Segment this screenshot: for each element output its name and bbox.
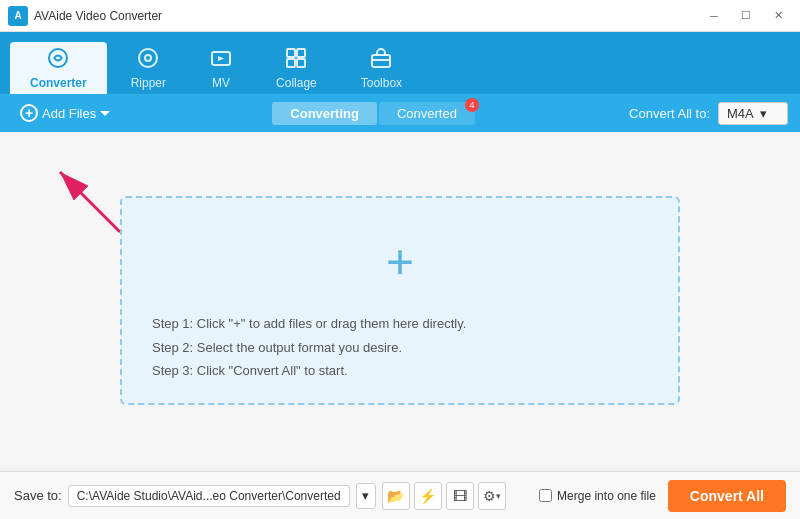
nav-tab-mv[interactable]: MV <box>190 42 252 94</box>
nav-tab-converter[interactable]: Converter <box>10 42 107 94</box>
toolbar: + Add Files Converting Converted 4 Conve… <box>0 94 800 132</box>
save-path-dropdown-button[interactable]: ▾ <box>356 483 376 509</box>
title-bar-controls: ─ ☐ ✕ <box>700 6 792 26</box>
minimize-button[interactable]: ─ <box>700 6 728 26</box>
step-2: Step 2: Select the output format you des… <box>152 336 466 359</box>
bottom-right: Merge into one file Convert All <box>539 480 786 512</box>
toolbox-icon <box>370 47 392 72</box>
nav-tab-collage[interactable]: Collage <box>256 42 337 94</box>
mv-icon <box>210 47 232 72</box>
settings-button[interactable]: ⚙ ▾ <box>478 482 506 510</box>
converted-badge: 4 <box>465 98 479 112</box>
drop-zone[interactable]: + Step 1: Click "+" to add files or drag… <box>120 196 680 404</box>
merge-checkbox-label[interactable]: Merge into one file <box>539 489 656 503</box>
convert-all-to-label: Convert All to: <box>629 106 710 121</box>
nav-tab-toolbox[interactable]: Toolbox <box>341 42 422 94</box>
film-button[interactable]: 🎞 <box>446 482 474 510</box>
toolbox-label: Toolbox <box>361 76 402 90</box>
step-3: Step 3: Click "Convert All" to start. <box>152 359 466 382</box>
svg-line-12 <box>60 172 120 232</box>
convert-all-button[interactable]: Convert All <box>668 480 786 512</box>
converter-icon <box>47 47 69 72</box>
svg-rect-5 <box>297 49 305 57</box>
merge-checkbox-input[interactable] <box>539 489 552 502</box>
add-files-plus-icon: + <box>20 104 38 122</box>
add-files-dropdown-icon <box>100 111 110 116</box>
folder-icon: 📂 <box>387 488 404 504</box>
tab-switcher: Converting Converted 4 <box>272 102 475 125</box>
tab-converting[interactable]: Converting <box>272 102 377 125</box>
format-dropdown-icon: ▾ <box>760 106 767 121</box>
collage-icon <box>285 47 307 72</box>
main-content: + Step 1: Click "+" to add files or drag… <box>0 132 800 469</box>
svg-point-0 <box>49 49 67 67</box>
add-files-button[interactable]: + Add Files <box>12 100 118 126</box>
merge-label: Merge into one file <box>557 489 656 503</box>
collage-label: Collage <box>276 76 317 90</box>
save-path-input[interactable]: C:\AVAide Studio\AVAid...eo Converter\Co… <box>68 485 350 507</box>
flash-button[interactable]: ⚡ <box>414 482 442 510</box>
svg-rect-7 <box>297 59 305 67</box>
save-to-section: Save to: C:\AVAide Studio\AVAid...eo Con… <box>14 482 506 510</box>
title-bar: A AVAide Video Converter ─ ☐ ✕ <box>0 0 800 32</box>
film-icon: 🎞 <box>453 488 467 504</box>
bottom-action-icons: 📂 ⚡ 🎞 ⚙ ▾ <box>382 482 506 510</box>
step-1: Step 1: Click "+" to add files or drag t… <box>152 312 466 335</box>
app-icon: A <box>8 6 28 26</box>
bottom-bar: Save to: C:\AVAide Studio\AVAid...eo Con… <box>0 471 800 519</box>
ripper-icon <box>137 47 159 72</box>
nav-tab-ripper[interactable]: Ripper <box>111 42 186 94</box>
nav-bar: Converter Ripper MV Collag <box>0 32 800 94</box>
converter-label: Converter <box>30 76 87 90</box>
flash-icon: ⚡ <box>419 488 436 504</box>
svg-rect-6 <box>287 59 295 67</box>
mv-label: MV <box>212 76 230 90</box>
gear-icon: ⚙ <box>483 488 496 504</box>
chevron-down-icon: ▾ <box>362 488 369 503</box>
folder-open-button[interactable]: 📂 <box>382 482 410 510</box>
maximize-button[interactable]: ☐ <box>732 6 760 26</box>
close-button[interactable]: ✕ <box>764 6 792 26</box>
toolbar-left: + Add Files <box>12 100 118 126</box>
app-title: AVAide Video Converter <box>34 9 162 23</box>
title-bar-left: A AVAide Video Converter <box>8 6 162 26</box>
convert-all-to: Convert All to: M4A ▾ <box>629 102 788 125</box>
save-to-label: Save to: <box>14 488 62 503</box>
settings-dropdown-icon: ▾ <box>496 491 501 501</box>
tab-converted[interactable]: Converted 4 <box>379 102 475 125</box>
svg-point-1 <box>139 49 157 67</box>
format-select[interactable]: M4A ▾ <box>718 102 788 125</box>
steps-list: Step 1: Click "+" to add files or drag t… <box>142 302 466 382</box>
ripper-label: Ripper <box>131 76 166 90</box>
format-value: M4A <box>727 106 754 121</box>
svg-point-2 <box>145 55 151 61</box>
svg-rect-4 <box>287 49 295 57</box>
add-files-label: Add Files <box>42 106 96 121</box>
add-content-plus[interactable]: + <box>386 238 414 286</box>
